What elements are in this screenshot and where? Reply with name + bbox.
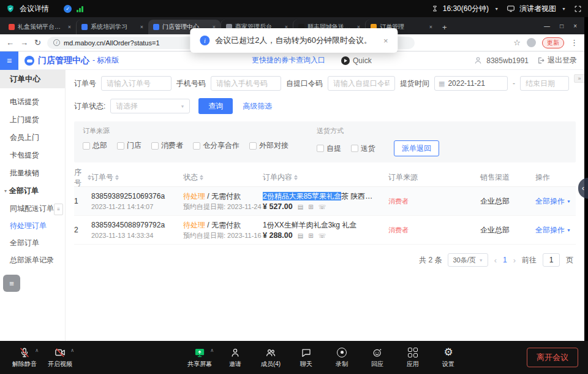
row-actions-dropdown[interactable]: 全部操作▼ <box>535 225 576 235</box>
meeting-timer[interactable]: 16:30(60分钟) <box>443 4 489 14</box>
meeting-details-link[interactable]: 会议详情 <box>20 4 49 14</box>
toast-close-icon[interactable]: × <box>383 36 388 45</box>
sidebar-item-card-pickup[interactable]: 卡包提货 <box>0 147 65 164</box>
window-close-icon[interactable]: × <box>573 23 577 29</box>
checkbox-icon <box>193 142 200 150</box>
window-maximize-icon[interactable]: □ <box>560 23 564 29</box>
chevron-up-icon[interactable]: ∧ <box>210 348 214 353</box>
checkbox-hq[interactable]: 总部 <box>83 140 107 151</box>
forward-icon[interactable]: → <box>20 38 28 47</box>
new-tab-button[interactable]: + <box>442 23 447 32</box>
goto-page-input[interactable] <box>543 253 560 267</box>
sidebar-item-hq-dispatch-log[interactable]: 总部派单记录 <box>0 251 65 269</box>
sidebar-section-order-center[interactable]: 订单中心 <box>0 70 65 88</box>
sort-icon[interactable] <box>115 175 119 180</box>
image-icon[interactable]: ▤ <box>298 232 303 239</box>
checkbox-external[interactable]: 外部对接 <box>249 140 288 151</box>
order-status-select[interactable]: 请选择 ▼ <box>110 99 190 113</box>
reload-icon[interactable]: ↻ <box>34 38 41 47</box>
logout-button[interactable]: 退出登录 <box>537 55 577 66</box>
browser-menu-icon[interactable]: ⋮ <box>570 38 578 47</box>
back-icon[interactable]: ← <box>6 38 14 47</box>
start-date-input[interactable] <box>448 77 497 90</box>
phone-icon[interactable]: ☏ <box>318 204 326 210</box>
dispatch-return-button[interactable]: 派单退回 <box>394 140 439 156</box>
search-button[interactable]: 查询 <box>198 98 233 114</box>
chevron-up-icon[interactable]: ∧ <box>70 348 74 353</box>
invite-button[interactable]: 邀请 <box>219 347 251 368</box>
apps-button[interactable]: 应用 <box>397 347 429 368</box>
chevron-down-icon: ▼ <box>479 258 483 262</box>
username-text: 8385wb1991 <box>486 56 529 65</box>
checkbox-store[interactable]: 门店 <box>117 140 141 151</box>
fullscreen-icon[interactable] <box>574 5 582 13</box>
reactions-button[interactable]: 回应 <box>361 347 393 368</box>
checkbox-self-pickup[interactable]: 自提 <box>317 143 341 154</box>
pickup-code-input[interactable] <box>328 76 395 91</box>
record-button[interactable]: 录制 <box>326 347 358 368</box>
checkbox-consumer[interactable]: 消费者 <box>151 140 183 151</box>
window-minimize-icon[interactable]: — <box>544 23 550 29</box>
prev-page-button[interactable]: ‹ <box>494 256 497 265</box>
tab-close-icon[interactable]: × <box>140 24 143 30</box>
view-caret-icon[interactable]: ▼ <box>562 7 566 11</box>
sidebar-item-member-visit[interactable]: 会员上门 <box>0 129 65 147</box>
start-date-picker[interactable]: ▦ <box>434 76 508 91</box>
end-date-input[interactable] <box>520 76 569 91</box>
coupon-query-link[interactable]: 更快捷的券卡查询入口 <box>252 55 325 66</box>
user-account[interactable]: 8385wb1991 <box>473 56 529 65</box>
quick-icon[interactable] <box>341 56 350 65</box>
hamburger-menu-button[interactable]: ≡ <box>0 52 18 70</box>
phone-input[interactable] <box>211 76 281 91</box>
settings-button[interactable]: ⚙ 设置 <box>432 347 464 368</box>
security-badge-icon[interactable]: ✓ <box>64 5 72 13</box>
members-button[interactable]: 成员(4) <box>255 347 287 368</box>
advanced-filter-link[interactable]: 高级筛选 <box>243 101 272 112</box>
tab-close-icon[interactable]: × <box>429 24 432 30</box>
qrcode-icon[interactable]: ⊞ <box>308 232 313 239</box>
sidebar-item-phone-pickup[interactable]: 电话提货 <box>0 93 65 111</box>
annotation-toolbar-button[interactable]: ≡ <box>3 275 20 292</box>
view-mode-selector[interactable]: 演讲者视图 <box>519 4 556 14</box>
quick-label[interactable]: Quick <box>353 56 372 65</box>
chat-button[interactable]: 聊天 <box>290 347 322 368</box>
checkbox-warehouse-share[interactable]: 仓分享合作 <box>193 140 239 151</box>
sidebar-collapse-handle[interactable]: ≡ <box>54 204 63 215</box>
qrcode-icon[interactable]: ⊞ <box>308 204 313 210</box>
sidebar-group-all-orders[interactable]: ▾ 全部订单 <box>0 182 65 200</box>
browser-update-button[interactable]: 更新 <box>542 37 564 48</box>
current-page[interactable]: 1 <box>503 256 507 264</box>
sidebar-item-pending-orders[interactable]: 待处理订单 <box>0 217 65 234</box>
unmute-button[interactable]: 解除静音 ∧ <box>9 347 40 368</box>
order-no-input[interactable] <box>101 76 172 91</box>
order-time: 2023-11-13 14:33:34 <box>91 231 183 240</box>
sort-icon[interactable] <box>294 175 298 180</box>
browser-tab[interactable]: 系统培训学习 × <box>76 20 148 34</box>
bookmark-star-icon[interactable]: ☆ <box>513 38 521 47</box>
site-info-icon[interactable]: i <box>53 39 60 46</box>
image-icon[interactable]: ▤ <box>298 204 303 210</box>
sidebar-item-door-pickup[interactable]: 上门提货 <box>0 111 65 129</box>
checkbox-delivery[interactable]: 送货 <box>351 143 375 154</box>
table-row[interactable]: 1 83859389251069376a 2023-11-21 14:14:07… <box>74 187 576 216</box>
sidebar-item-batch-verify[interactable]: 批量核销 <box>0 164 65 182</box>
page-size-select[interactable]: 30条/页▼ <box>448 253 488 267</box>
share-screen-button[interactable]: 共享屏幕 ∧ <box>184 347 216 368</box>
order-content-selected: 2份精品大果85苹果礼盒 <box>263 192 341 200</box>
next-page-button[interactable]: › <box>513 256 516 265</box>
checkbox-icon <box>249 142 257 150</box>
start-video-button[interactable]: 开启视频 ∧ <box>44 347 76 368</box>
row-actions-dropdown[interactable]: 全部操作▼ <box>535 196 576 207</box>
timer-caret-icon[interactable]: ▼ <box>494 7 499 11</box>
sort-icon[interactable] <box>200 175 203 180</box>
browser-tab[interactable]: 礼盒策销平台管理中心 × <box>4 20 76 34</box>
table-row[interactable]: 2 83859345088979792a 2023-11-13 14:33:34… <box>74 216 576 245</box>
phone-icon[interactable]: ☏ <box>318 232 326 239</box>
date-range-separator: - <box>513 79 515 88</box>
leave-meeting-button[interactable]: 离开会议 <box>527 348 578 367</box>
sidebar-item-all-orders[interactable]: 全部订单 <box>0 234 65 251</box>
panel-collapse-button[interactable]: » <box>574 74 584 83</box>
browser-profile-avatar[interactable] <box>527 38 536 47</box>
chevron-up-icon[interactable]: ∧ <box>35 348 39 353</box>
tab-close-icon[interactable]: × <box>68 24 71 30</box>
